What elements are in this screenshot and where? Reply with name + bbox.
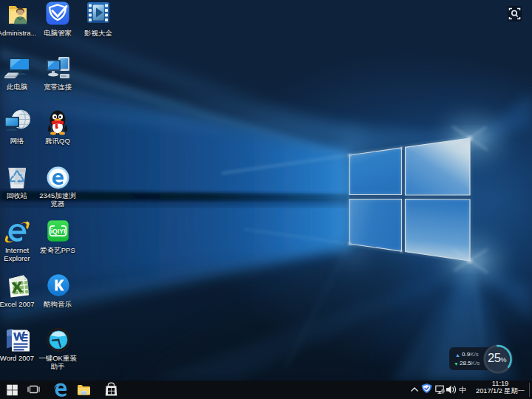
svg-text:iQIYI: iQIYI xyxy=(51,228,66,235)
